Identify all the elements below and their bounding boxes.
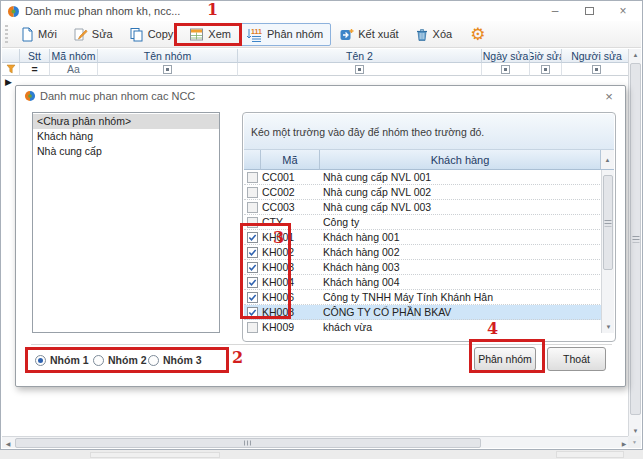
dialog-grid-rows: CC001 Nhà cung cấp NVL 001 CC002 Nhà cun…: [244, 170, 602, 333]
grid-scroll-up-icon[interactable]: ▲: [601, 150, 614, 170]
row-name: khách vừa: [320, 321, 602, 333]
vertical-scroll-thumb[interactable]: [630, 63, 641, 415]
table-row[interactable]: KH002 Khách hàng 002: [244, 245, 602, 260]
table-row[interactable]: CC001 Nhà cung cấp NVL 001: [244, 170, 602, 185]
grid-column-ten-2[interactable]: Tên 2: [238, 49, 482, 63]
window-title: Danh muc phan nhom kh, ncc...: [25, 5, 180, 17]
grid-column-ma-nhom[interactable]: Mã nhóm: [50, 49, 98, 63]
table-row-partial[interactable]: KH009 khách vừa: [244, 320, 602, 333]
grid-column-stt[interactable]: Stt: [20, 49, 50, 63]
horizontal-scroll-thumb[interactable]: [15, 438, 481, 448]
grid-column-ten-nhom[interactable]: Tên nhóm: [98, 49, 238, 63]
dialog-grid-header: Mã Khách hàng ▲: [244, 150, 614, 170]
row-checkbox[interactable]: [247, 202, 258, 213]
table-row[interactable]: KH004 Khách hàng 004: [244, 275, 602, 290]
row-name: Nhà cung cấp NVL 003: [320, 201, 602, 213]
annotation-number-1: 1: [207, 2, 218, 18]
table-row[interactable]: KH006 Công ty TNHH Máy Tính Khánh Hân: [244, 290, 602, 305]
dialog-grid-scrollbar[interactable]: ▼: [601, 170, 614, 333]
assign-group-toolbar-button[interactable]: 111 Phân nhóm: [239, 23, 331, 46]
row-checkbox[interactable]: [247, 322, 258, 333]
group-by-hint: Kéo một trường vào đây để nhóm theo trườ…: [251, 126, 484, 138]
export-button-label: Kết xuất: [358, 28, 398, 40]
grid-scroll-down-icon[interactable]: ▼: [602, 321, 615, 333]
minimize-icon[interactable]: –: [546, 3, 564, 19]
toolbar: Mới Sửa Copy Xem 1: [2, 21, 641, 48]
main-window: Danh muc phan nhom kh, ncc... – × Mới Sử…: [0, 0, 643, 450]
row-code: CC002: [261, 186, 320, 198]
edit-button-label: Sửa: [92, 28, 113, 40]
table-row[interactable]: CC002 Nhà cung cấp NVL 002: [244, 185, 602, 200]
new-document-icon: [20, 27, 34, 42]
group-numbers-icon: 111: [247, 27, 263, 42]
group-by-drop-area[interactable]: Kéo một trường vào đây để nhóm theo trườ…: [244, 114, 614, 150]
new-button-label: Mới: [38, 28, 57, 40]
row-checkbox[interactable]: [247, 187, 258, 198]
filter-ten-nhom-cell[interactable]: [98, 63, 238, 76]
filter-stt-cell[interactable]: =: [20, 63, 50, 76]
filter-box-icon: [355, 65, 364, 74]
group-list-item-nha-cung-cap[interactable]: Nhà cung cấp: [33, 144, 219, 159]
dialog-close-icon[interactable]: ×: [601, 88, 617, 104]
table-row[interactable]: CTY Công ty: [244, 215, 602, 230]
table-row[interactable]: KH003 Khách hàng 003: [244, 260, 602, 275]
group-list-item-khach-hang[interactable]: Khách hàng: [33, 129, 219, 144]
app-logo-icon: [7, 5, 20, 18]
filter-funnel-cell[interactable]: [2, 63, 20, 76]
dialog-title: Danh muc phan nhom cac NCC: [40, 90, 195, 102]
filter-box-icon: [501, 65, 510, 74]
assign-group-toolbar-label: Phân nhóm: [267, 28, 323, 40]
row-name: Nhà cung cấp NVL 001: [320, 171, 602, 183]
main-vertical-scrollbar[interactable]: ▲ ▼: [628, 49, 641, 437]
filter-ten-2-cell[interactable]: [238, 63, 482, 76]
customer-column-header[interactable]: Khách hàng: [320, 150, 601, 170]
row-name: Nhà cung cấp NVL 002: [320, 186, 602, 198]
code-column-header[interactable]: Mã: [261, 150, 320, 170]
row-code: KH009: [261, 321, 320, 333]
table-row[interactable]: CC003 Nhà cung cấp NVL 003: [244, 200, 602, 215]
annotation-box-2: [25, 347, 229, 373]
filter-nguoi-sua-cell[interactable]: [562, 63, 631, 76]
edit-button[interactable]: Sửa: [65, 23, 121, 46]
exit-button[interactable]: Thoát: [547, 347, 606, 371]
filter-box-icon: [592, 65, 601, 74]
grid-column-nguoi-sua[interactable]: Người sửa: [562, 49, 631, 63]
copy-button[interactable]: Copy: [121, 23, 182, 46]
edit-pencil-icon: [73, 27, 88, 42]
scroll-left-icon[interactable]: ◀: [2, 437, 14, 449]
scroll-up-icon[interactable]: ▲: [629, 49, 642, 61]
copy-icon: [129, 27, 144, 42]
scrollbar-corner: ▼: [628, 436, 641, 448]
funnel-icon: [6, 64, 16, 74]
row-pointer-icon: ▶: [5, 77, 12, 87]
filter-box-icon: [163, 65, 172, 74]
export-button[interactable]: Kết xuất: [331, 23, 406, 46]
grid-column-gio-sua[interactable]: Giờ sửa: [530, 49, 562, 63]
table-row[interactable]: KH001 Khách hàng 001: [244, 230, 602, 245]
row-name: Khách hàng 003: [320, 261, 602, 273]
select-column-header[interactable]: [244, 150, 261, 170]
row-checkbox[interactable]: [247, 172, 258, 183]
grid-indicator-header: [2, 49, 20, 63]
filter-gio-sua-cell[interactable]: [530, 63, 562, 76]
close-icon[interactable]: ×: [614, 3, 632, 19]
grid-scroll-thumb[interactable]: [603, 175, 613, 270]
row-code: CC001: [261, 171, 320, 183]
grid-column-ngay-sua[interactable]: Ngày sửa: [482, 49, 530, 63]
background-window-remnant: [0, 450, 643, 459]
maximize-icon[interactable]: [580, 3, 598, 19]
row-name: Khách hàng 001: [320, 231, 602, 243]
grid-filter-row: = Aa: [2, 63, 631, 76]
annotation-box-1: [174, 23, 242, 46]
new-button[interactable]: Mới: [12, 23, 65, 46]
filter-ngay-sua-cell[interactable]: [482, 63, 530, 76]
row-name: Công ty: [320, 216, 602, 228]
annotation-number-3: 3: [273, 230, 284, 246]
main-horizontal-scrollbar[interactable]: ◀ ▶: [2, 436, 630, 448]
toolbar-grip[interactable]: [5, 25, 8, 43]
filter-ma-nhom-cell[interactable]: Aa: [50, 63, 98, 76]
settings-gear-icon[interactable]: ⚙: [470, 26, 485, 43]
group-list-item-unassigned[interactable]: <Chưa phân nhóm>: [33, 114, 219, 129]
delete-button[interactable]: Xóa: [407, 23, 461, 46]
table-row-selected[interactable]: KH008 CÔNG TY CỔ PHẦN BKAV: [244, 305, 602, 320]
